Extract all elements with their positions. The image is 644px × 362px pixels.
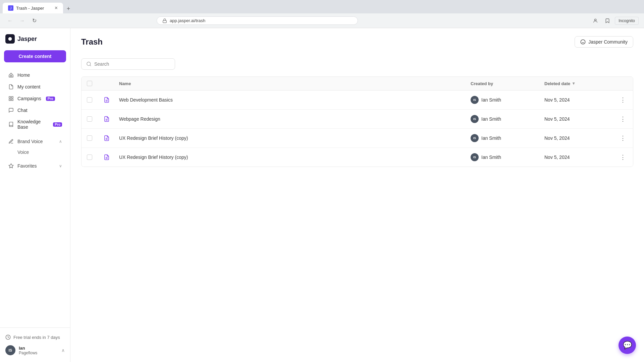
row4-date: Nov 5, 2024 — [544, 155, 570, 160]
favorites-icon — [8, 163, 14, 169]
knowledge-base-icon — [8, 121, 14, 127]
sidebar-item-home[interactable]: Home — [3, 69, 67, 81]
row2-checkbox-cell — [82, 112, 98, 126]
brand-voice-chevron: ∧ — [59, 139, 62, 144]
row2-creator-cell: IS Ian Smith — [465, 110, 539, 128]
row3-creator-cell: IS Ian Smith — [465, 129, 539, 147]
tab-favicon: J — [8, 5, 13, 11]
chat-label: Chat — [17, 108, 28, 113]
row2-creator-name: Ian Smith — [481, 116, 501, 122]
document-icon — [103, 96, 110, 104]
home-label: Home — [17, 72, 30, 78]
campaigns-pro-badge: Pro — [46, 97, 55, 101]
header-icon-cell — [98, 79, 114, 87]
knowledge-base-pro-badge: Pro — [53, 122, 62, 127]
row3-name-cell: UX Redesign Brief History (copy) — [114, 131, 465, 145]
lock-icon — [162, 18, 167, 23]
search-input[interactable] — [94, 61, 170, 67]
row2-date: Nov 5, 2024 — [544, 116, 570, 122]
row1-creator-avatar: IS — [471, 96, 479, 104]
sidebar-item-campaigns[interactable]: Campaigns Pro — [3, 93, 67, 104]
table-row: UX Redesign Brief History (copy) IS Ian … — [82, 129, 633, 148]
row3-date: Nov 5, 2024 — [544, 135, 570, 141]
back-button[interactable]: ← — [5, 16, 15, 25]
row4-checkbox[interactable] — [87, 155, 92, 160]
row3-creator-avatar: IS — [471, 134, 479, 142]
tab-title: Trash - Jasper — [16, 6, 52, 11]
document-icon — [103, 115, 110, 123]
brand-voice-icon — [8, 138, 14, 144]
row1-creator-name: Ian Smith — [481, 97, 501, 103]
sidebar-item-voice[interactable]: Voice — [3, 147, 67, 157]
clock-icon — [5, 335, 11, 340]
home-icon — [8, 72, 14, 78]
user-profile[interactable]: IS Ian Pageflows ∧ — [0, 343, 70, 358]
sidebar-bottom: Free trial ends in 7 days IS Ian Pageflo… — [0, 327, 70, 362]
row1-checkbox[interactable] — [87, 97, 92, 103]
my-content-label: My content — [17, 84, 40, 89]
main-content: Trash Jasper Community Name — [70, 28, 644, 362]
table-header: Name Created by Deleted date ▼ — [82, 77, 633, 90]
sidebar-item-brand-voice[interactable]: Brand Voice ∧ — [3, 136, 67, 147]
tab-close-button[interactable]: × — [55, 5, 58, 11]
row1-actions-cell: ⋮ — [613, 90, 633, 109]
row4-checkbox-cell — [82, 150, 98, 165]
voice-label: Voice — [17, 149, 29, 155]
row1-more-button[interactable]: ⋮ — [618, 95, 628, 105]
chat-bubble-button[interactable]: 💬 — [619, 337, 636, 354]
row2-icon-cell — [98, 111, 114, 127]
forward-button[interactable]: → — [17, 16, 27, 25]
document-icon — [103, 134, 110, 142]
row1-checkbox-cell — [82, 93, 98, 107]
row4-icon-cell — [98, 149, 114, 166]
svg-rect-5 — [9, 99, 11, 101]
row2-name: Webpage Redesign — [119, 116, 160, 122]
select-all-checkbox[interactable] — [87, 81, 92, 86]
row4-more-button[interactable]: ⋮ — [618, 153, 628, 162]
svg-line-13 — [90, 65, 91, 66]
logo-text: Jasper — [17, 36, 37, 43]
brand-voice-label: Brand Voice — [17, 139, 43, 144]
page-title: Trash — [81, 37, 103, 47]
community-button[interactable]: Jasper Community — [575, 36, 633, 48]
svg-rect-3 — [9, 97, 11, 98]
favorites-section: Favorites ∨ — [0, 159, 70, 173]
document-icon — [103, 154, 110, 161]
row4-creator-name: Ian Smith — [481, 155, 501, 160]
refresh-button[interactable]: ↻ — [30, 16, 39, 25]
user-org: Pageflows — [19, 351, 58, 355]
table-row: Webpage Redesign IS Ian Smith Nov 5, 202… — [82, 110, 633, 129]
nav-section-main: Home My content Campaigns Pro Chat — [0, 68, 70, 134]
row3-icon-cell — [98, 130, 114, 146]
row3-checkbox[interactable] — [87, 135, 92, 141]
header-deleted-date[interactable]: Deleted date ▼ — [539, 77, 613, 90]
svg-point-2 — [8, 37, 12, 41]
user-info: Ian Pageflows — [19, 346, 58, 355]
sidebar-item-knowledge-base[interactable]: Knowledge Base Pro — [3, 116, 67, 132]
address-bar[interactable]: app.jasper.ai/trash — [157, 16, 358, 25]
community-icon — [580, 39, 586, 45]
search-bar[interactable] — [81, 58, 175, 70]
incognito-button[interactable]: Incognito — [615, 17, 639, 25]
sidebar-item-my-content[interactable]: My content — [3, 81, 67, 93]
trash-table: Name Created by Deleted date ▼ — [81, 76, 633, 167]
row2-checkbox[interactable] — [87, 116, 92, 122]
create-content-button[interactable]: Create content — [4, 50, 66, 62]
row1-date-cell: Nov 5, 2024 — [539, 93, 613, 107]
navigation-bar: ← → ↻ app.jasper.ai/trash Incognito — [0, 13, 644, 28]
new-tab-button[interactable]: + — [64, 4, 73, 13]
sidebar-item-chat[interactable]: Chat — [3, 105, 67, 116]
row2-name-cell: Webpage Redesign — [114, 112, 465, 126]
svg-rect-0 — [163, 20, 167, 22]
campaigns-icon — [8, 96, 14, 102]
sidebar-item-favorites[interactable]: Favorites ∨ — [3, 160, 67, 172]
active-tab[interactable]: J Trash - Jasper × — [3, 3, 63, 13]
profile-icon[interactable] — [591, 16, 600, 25]
favorites-chevron: ∨ — [59, 164, 62, 168]
deleted-date-header-label: Deleted date — [544, 81, 570, 86]
header-actions — [613, 79, 633, 87]
row2-more-button[interactable]: ⋮ — [618, 114, 628, 124]
svg-rect-4 — [11, 97, 13, 98]
row3-more-button[interactable]: ⋮ — [618, 133, 628, 143]
bookmark-icon[interactable] — [603, 16, 612, 25]
